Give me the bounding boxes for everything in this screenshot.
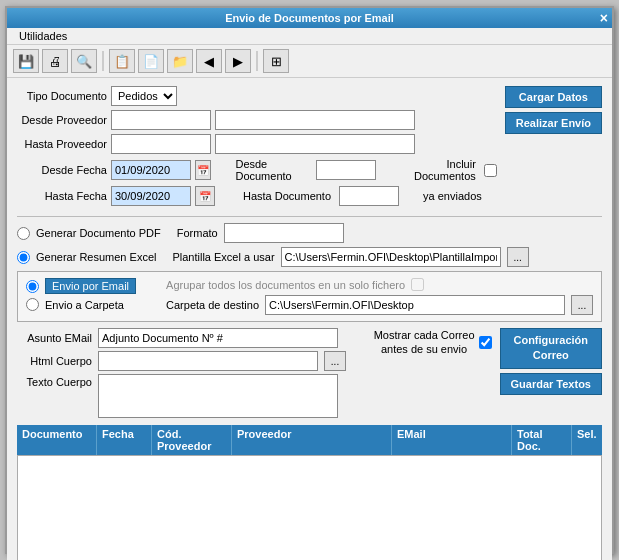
guardar-textos-button[interactable]: Guardar Textos <box>500 373 603 395</box>
formato-label: Formato <box>177 227 218 239</box>
texto-cuerpo-textarea[interactable] <box>98 374 338 418</box>
hasta-fecha-input[interactable] <box>111 186 191 206</box>
formato-input[interactable] <box>224 223 344 243</box>
desde-doc-input[interactable] <box>316 160 376 180</box>
hasta-fecha-calendar[interactable]: 📅 <box>195 186 215 206</box>
table-body <box>17 455 602 560</box>
radio-envio-carpeta[interactable] <box>26 298 39 311</box>
desde-fecha-input[interactable] <box>111 160 191 180</box>
main-window: Envio de Documentos por Email × Utilidad… <box>5 6 614 554</box>
close-button[interactable]: × <box>600 10 608 26</box>
right-action-buttons: Cargar Datos Realizar Envío <box>505 86 602 134</box>
tipo-doc-select[interactable]: Pedidos <box>111 86 177 106</box>
envio-email-label: Envio por Email <box>45 278 136 294</box>
desde-prov-label: Desde Proveedor <box>17 114 107 126</box>
col-fecha: Fecha <box>97 425 152 455</box>
envio-section: Envio por Email Envio a Carpeta Agrupar … <box>17 271 602 322</box>
hasta-fecha-row: Hasta Fecha 📅 Hasta Documento ya enviado… <box>17 186 497 206</box>
config-correo-button[interactable]: Configuración Correo <box>500 328 603 369</box>
desde-fecha-label: Desde Fecha <box>17 164 107 176</box>
agrupar-label: Agrupar todos los documentos en un solo … <box>166 279 405 291</box>
carpeta-label: Carpeta de destino <box>166 299 259 311</box>
radio-envio-email[interactable] <box>26 280 39 293</box>
plantilla-browse-button[interactable]: ... <box>507 247 529 267</box>
desde-prov-row: Desde Proveedor <box>17 110 497 130</box>
radio-pdf[interactable] <box>17 227 30 240</box>
menu-bar: Utilidades <box>7 28 612 45</box>
toolbar-forward[interactable]: ▶ <box>225 49 251 73</box>
hasta-fecha-label: Hasta Fecha <box>17 190 107 202</box>
format-radios: Generar Documento PDF Formato Generar Re… <box>17 223 529 267</box>
tipo-doc-label: Tipo Documento <box>17 90 107 102</box>
asunto-input[interactable] <box>98 328 338 348</box>
texto-cuerpo-label: Texto Cuerpo <box>17 374 92 388</box>
window-title: Envio de Documentos por Email <box>225 12 394 24</box>
radio-excel[interactable] <box>17 251 30 264</box>
carpeta-browse-button[interactable]: ... <box>571 295 593 315</box>
incluir-label2: ya enviados <box>423 190 482 202</box>
form-left: Tipo Documento Pedidos Desde Proveedor H… <box>17 86 497 210</box>
hasta-prov-row: Hasta Proveedor <box>17 134 497 154</box>
mostrar-checkbox[interactable] <box>479 336 492 349</box>
gen-pdf-label: Generar Documento PDF <box>36 227 161 239</box>
toolbar-save[interactable]: 💾 <box>13 49 39 73</box>
plantilla-input[interactable] <box>281 247 501 267</box>
hasta-prov-input[interactable] <box>111 134 211 154</box>
realizar-envio-button[interactable]: Realizar Envío <box>505 112 602 134</box>
toolbar-back[interactable]: ◀ <box>196 49 222 73</box>
col-total-doc: Total Doc. <box>512 425 572 455</box>
html-cuerpo-input[interactable] <box>98 351 318 371</box>
toolbar-grid[interactable]: ⊞ <box>263 49 289 73</box>
col-cod-proveedor: Cód. Proveedor <box>152 425 232 455</box>
hasta-prov-label: Hasta Proveedor <box>17 138 107 150</box>
main-content: Tipo Documento Pedidos Desde Proveedor H… <box>7 78 612 560</box>
col-sel: Sel. <box>572 425 602 455</box>
toolbar-search[interactable]: 🔍 <box>71 49 97 73</box>
toolbar-new[interactable]: 📄 <box>138 49 164 73</box>
toolbar-folder[interactable]: 📁 <box>167 49 193 73</box>
agrupar-checkbox[interactable] <box>411 278 424 291</box>
fechas-row: Desde Fecha 📅 Desde Documento Incluir Do… <box>17 158 497 182</box>
toolbar-print[interactable]: 🖨 <box>42 49 68 73</box>
col-proveedor: Proveedor <box>232 425 392 455</box>
gen-excel-label: Generar Resumen Excel <box>36 251 156 263</box>
hasta-prov-name-input[interactable] <box>215 134 415 154</box>
incluir-checkbox[interactable] <box>484 164 497 177</box>
toolbar: 💾 🖨 🔍 📋 📄 📁 ◀ ▶ ⊞ <box>7 45 612 78</box>
desde-prov-input[interactable] <box>111 110 211 130</box>
carpeta-input[interactable] <box>265 295 565 315</box>
desde-fecha-calendar[interactable]: 📅 <box>195 160 211 180</box>
email-fields: Asunto EMail Html Cuerpo ... Texto Cuerp… <box>17 328 366 421</box>
mostrar-label2: antes de su envio <box>374 342 475 356</box>
hasta-doc-label: Hasta Documento <box>243 190 331 202</box>
col-email: EMail <box>392 425 512 455</box>
toolbar-copy[interactable]: 📋 <box>109 49 135 73</box>
table-header: Documento Fecha Cód. Proveedor Proveedor… <box>17 425 602 455</box>
plantilla-label: Plantilla Excel a usar <box>172 251 274 263</box>
cargar-datos-button[interactable]: Cargar Datos <box>505 86 602 108</box>
data-table: Documento Fecha Cód. Proveedor Proveedor… <box>17 425 602 560</box>
title-bar: Envio de Documentos por Email × <box>7 8 612 28</box>
mostrar-section: Mostrar cada Correo antes de su envio <box>374 328 492 357</box>
menu-utilidades[interactable]: Utilidades <box>13 28 73 44</box>
html-browse-button[interactable]: ... <box>324 351 346 371</box>
incluir-label: Incluir Documentos <box>400 158 475 182</box>
col-documento: Documento <box>17 425 97 455</box>
envio-carpeta-label: Envio a Carpeta <box>45 299 124 311</box>
envio-radios: Envio por Email Envio a Carpeta <box>26 278 136 311</box>
html-cuerpo-label: Html Cuerpo <box>17 355 92 367</box>
desde-prov-name-input[interactable] <box>215 110 415 130</box>
mostrar-label: Mostrar cada Correo <box>374 328 475 342</box>
tipo-doc-row: Tipo Documento Pedidos <box>17 86 497 106</box>
envio-right: Agrupar todos los documentos en un solo … <box>166 278 593 315</box>
desde-doc-label: Desde Documento <box>235 158 308 182</box>
hasta-doc-input[interactable] <box>339 186 399 206</box>
asunto-label: Asunto EMail <box>17 332 92 344</box>
config-buttons: Configuración Correo Guardar Textos <box>500 328 603 395</box>
